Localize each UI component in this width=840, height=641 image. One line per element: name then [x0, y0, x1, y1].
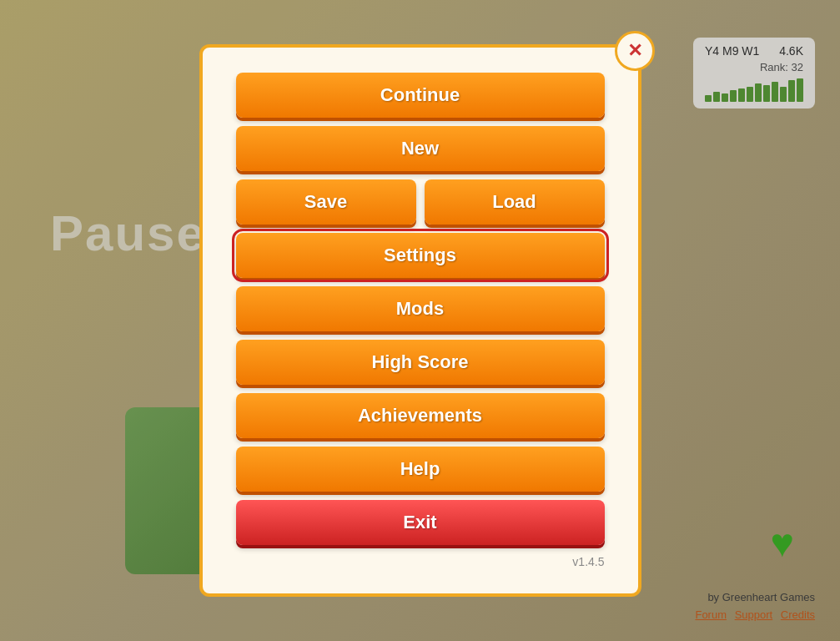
modal-overlay: ✕ Continue New Save Load Settings Mods H… — [0, 0, 840, 641]
help-button[interactable]: Help — [236, 447, 605, 492]
mods-button[interactable]: Mods — [236, 286, 605, 331]
exit-button[interactable]: Exit — [236, 500, 605, 545]
pause-menu-modal: ✕ Continue New Save Load Settings Mods H… — [199, 44, 641, 597]
load-button[interactable]: Load — [425, 179, 605, 225]
continue-button[interactable]: Continue — [236, 73, 605, 118]
save-button[interactable]: Save — [236, 179, 416, 225]
version-text: v1.4.5 — [236, 555, 605, 568]
close-button[interactable]: ✕ — [615, 31, 655, 71]
save-load-row: Save Load — [236, 179, 605, 225]
close-icon: ✕ — [627, 40, 642, 62]
new-button[interactable]: New — [236, 126, 605, 171]
high-score-button[interactable]: High Score — [236, 340, 605, 385]
settings-button[interactable]: Settings — [236, 233, 605, 278]
achievements-button[interactable]: Achievements — [236, 393, 605, 438]
